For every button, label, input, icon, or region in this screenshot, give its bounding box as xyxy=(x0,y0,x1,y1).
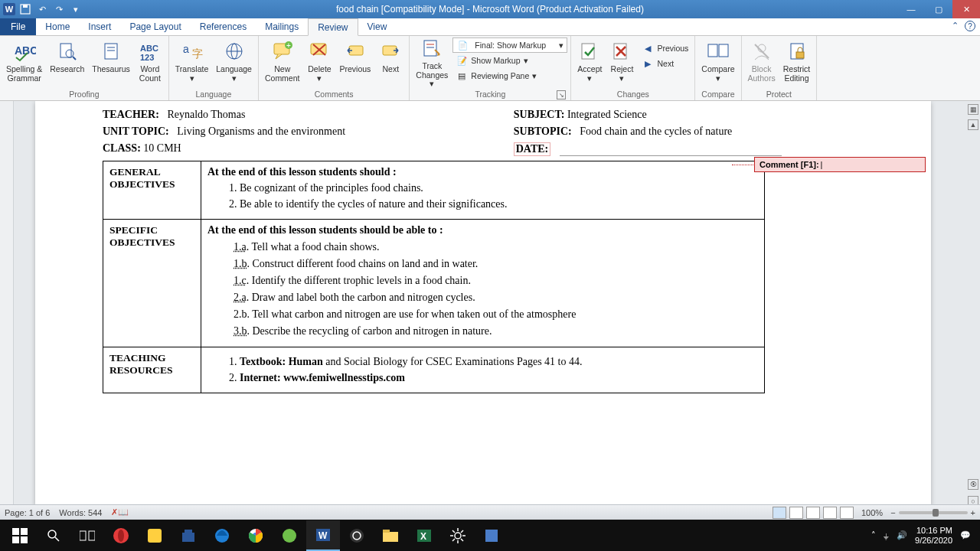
taskbar-notes[interactable] xyxy=(138,520,172,551)
svg-rect-48 xyxy=(182,533,194,542)
status-page[interactable]: Page: 1 of 6 xyxy=(5,508,50,517)
view-draft[interactable] xyxy=(840,507,854,519)
tray-volume-icon[interactable]: 🔊 xyxy=(897,530,907,540)
svg-text:字: 字 xyxy=(192,47,203,60)
tray-expand-icon[interactable]: ˄ xyxy=(871,530,876,540)
prev-comment-icon xyxy=(343,39,368,64)
previous-change-button[interactable]: ◀ Previous xyxy=(639,41,691,56)
subtopic-value: Food chain and the cycles of nature xyxy=(580,126,732,137)
group-compare: Compare▾ Compare xyxy=(695,36,741,100)
close-button[interactable]: ✕ xyxy=(952,0,980,18)
tab-insert[interactable]: Insert xyxy=(79,18,120,35)
block-authors-icon xyxy=(750,39,774,64)
title-bar: W ↶ ↷ ▾ food chain [Compatibility Mode] … xyxy=(0,0,980,18)
next-change-button[interactable]: ▶ Next xyxy=(639,56,691,71)
status-words[interactable]: Words: 544 xyxy=(59,508,102,517)
qat-redo-icon[interactable]: ↷ xyxy=(52,2,66,16)
specific-item: 1.b. Construct different food chains on … xyxy=(234,258,758,270)
specific-objectives-head: SPECIFIC OBJECTIVES xyxy=(103,220,201,347)
group-changes: Accept▾ Reject▾ ◀ Previous ▶ Next Change… xyxy=(571,36,695,100)
view-print-layout[interactable] xyxy=(773,507,786,519)
taskbar-word[interactable]: W xyxy=(306,520,340,551)
reject-button[interactable]: Reject▾ xyxy=(606,37,637,88)
zoom-level[interactable]: 100% xyxy=(861,508,883,517)
tracking-dialog-launcher[interactable]: ↘ xyxy=(557,90,566,99)
search-button[interactable] xyxy=(37,520,70,551)
taskbar-settings[interactable] xyxy=(441,520,475,551)
next-comment-button[interactable]: Next xyxy=(375,37,406,88)
group-comments: + New Comment Delete▾ Previous Next Comm… xyxy=(259,36,410,100)
language-button[interactable]: Language▾ xyxy=(213,37,255,88)
tray-notifications-icon[interactable]: 💬 xyxy=(960,530,971,540)
track-changes-icon xyxy=(420,39,444,60)
view-full-screen[interactable] xyxy=(789,507,803,519)
taskbar-opera[interactable] xyxy=(104,520,138,551)
taskbar-explorer[interactable] xyxy=(374,520,407,551)
svg-rect-40 xyxy=(21,536,28,543)
taskbar-edge[interactable] xyxy=(205,520,239,551)
zoom-in-button[interactable]: + xyxy=(971,508,975,517)
delete-comment-button[interactable]: Delete▾ xyxy=(304,37,335,88)
tray-clock[interactable]: 10:16 PM 9/26/2020 xyxy=(915,526,952,545)
spelling-grammar-button[interactable]: ABC Spelling & Grammar xyxy=(3,37,45,88)
compare-button[interactable]: Compare▾ xyxy=(698,37,737,88)
qat-undo-icon[interactable]: ↶ xyxy=(35,2,49,16)
taskbar-app1[interactable] xyxy=(273,520,306,551)
svg-rect-49 xyxy=(185,530,192,533)
reviewing-pane-button[interactable]: ▤ Reviewing Pane ▾ xyxy=(452,68,567,83)
taskbar-store[interactable] xyxy=(172,520,205,551)
prev-page-icon[interactable]: ▲ xyxy=(968,119,978,130)
tab-view[interactable]: View xyxy=(358,18,397,35)
display-for-review-dropdown[interactable]: 📄 Final: Show Markup ▾ xyxy=(452,37,567,53)
subject-label: SUBJECT: xyxy=(514,109,565,120)
minimize-button[interactable]: — xyxy=(897,0,925,18)
show-markup-icon: 📝 xyxy=(456,54,468,67)
subtopic-label: SUBTOPIC: xyxy=(514,126,572,137)
specific-intro: At the end of this lesson students shoul… xyxy=(207,224,758,236)
view-outline[interactable] xyxy=(823,507,837,519)
word-count-button[interactable]: ABC123 Word Count xyxy=(135,37,165,88)
browse-prev-icon[interactable]: ⦿ xyxy=(968,479,978,490)
translate-button[interactable]: a字 Translate▾ xyxy=(172,37,211,88)
help-icon[interactable]: ? xyxy=(965,21,975,31)
comment-text[interactable]: | xyxy=(821,160,823,169)
specific-item: 1.a. Tell what a food chain shows. xyxy=(234,241,758,253)
maximize-button[interactable]: ▢ xyxy=(925,0,952,18)
tab-review[interactable]: Review xyxy=(308,18,358,36)
qat-customize-icon[interactable]: ▾ xyxy=(69,2,83,16)
zoom-slider[interactable] xyxy=(899,511,968,514)
qat-save-icon[interactable] xyxy=(18,2,32,16)
status-proofing-icon[interactable]: ✗📖 xyxy=(111,507,129,517)
restrict-editing-button[interactable]: Restrict Editing xyxy=(780,37,814,88)
zoom-out-button[interactable]: − xyxy=(890,508,895,517)
tray-network-icon[interactable]: ⏚ xyxy=(884,531,889,540)
date-field[interactable] xyxy=(560,142,782,156)
previous-comment-button[interactable]: Previous xyxy=(336,37,374,88)
view-web-layout[interactable] xyxy=(806,507,820,519)
specific-item: 2.b. Tell what carbon and nitrogen are u… xyxy=(234,308,758,321)
comment-callout[interactable]: Comment [F1]: | xyxy=(754,157,926,172)
ruler-toggle[interactable]: ▦ xyxy=(968,104,978,115)
minimize-ribbon-icon[interactable]: ⌃ xyxy=(952,21,959,31)
track-changes-button[interactable]: Track Changes▾ xyxy=(413,37,451,88)
svg-rect-47 xyxy=(148,529,162,543)
tab-references[interactable]: References xyxy=(191,18,256,35)
start-button[interactable] xyxy=(3,520,37,551)
thesaurus-button[interactable]: Thesaurus xyxy=(89,37,133,88)
taskbar-excel[interactable]: X xyxy=(407,520,441,551)
taskbar-chrome[interactable] xyxy=(239,520,273,551)
svg-rect-39 xyxy=(12,536,19,543)
tab-file[interactable]: File xyxy=(0,18,36,35)
taskbar-obs[interactable] xyxy=(340,520,374,551)
research-button[interactable]: Research xyxy=(47,37,87,88)
accept-icon xyxy=(577,39,602,64)
tab-mailings[interactable]: Mailings xyxy=(256,18,308,35)
taskbar-app2[interactable] xyxy=(475,520,508,551)
tab-page-layout[interactable]: Page Layout xyxy=(120,18,190,35)
accept-button[interactable]: Accept▾ xyxy=(574,37,605,88)
tab-home[interactable]: Home xyxy=(36,18,79,35)
new-comment-button[interactable]: + New Comment xyxy=(262,37,303,88)
task-view-button[interactable] xyxy=(70,520,104,551)
show-markup-button[interactable]: 📝 Show Markup ▾ xyxy=(452,53,567,68)
group-label-proofing: Proofing xyxy=(3,88,165,101)
